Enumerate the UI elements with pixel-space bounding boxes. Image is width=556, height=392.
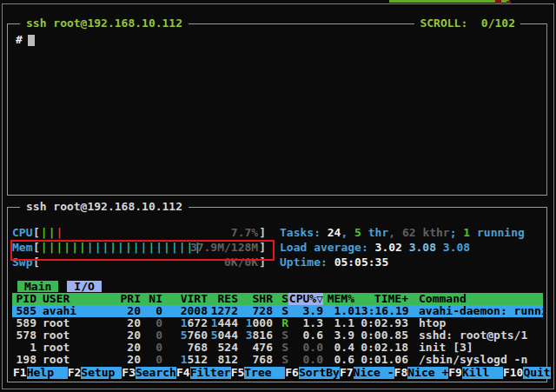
cell-pri: 20 <box>100 354 141 366</box>
tab-main[interactable]: Main <box>17 281 58 292</box>
cell-mem: 1.1 <box>323 317 354 329</box>
cell-mem: 0.4 <box>323 342 354 354</box>
cell-pri: 20 <box>100 317 141 329</box>
cell-command: htop <box>408 317 543 329</box>
cell-cpu: 1.3 <box>288 317 323 329</box>
process-row[interactable]: 578root200576050443816S0.63.90:00.85sshd… <box>12 329 543 342</box>
cell-cpu: 0.0 <box>288 342 323 354</box>
tasks-line: Tasks: 24, 5 thr, 62 kthr; 1 running <box>280 227 543 239</box>
cell-pid: 589 <box>12 317 36 329</box>
info-column: Tasks: 24, 5 thr, 62 kthr; 1 runningLoad… <box>266 227 543 271</box>
process-row[interactable]: 585avahi20020081272728S3.91.013:16.19ava… <box>12 305 543 317</box>
cell-cpu: 0.6 <box>288 329 323 342</box>
cell-res: 812 <box>208 354 238 366</box>
cell-state: S <box>273 329 288 342</box>
fkey-sortby[interactable]: F6SortBy <box>285 367 340 379</box>
cell-user: root <box>36 342 100 354</box>
cell-user: root <box>36 329 100 342</box>
text-cursor <box>28 35 35 46</box>
fkey-nice[interactable]: F7Nice - <box>340 367 394 379</box>
cell-ni: 0 <box>141 305 162 317</box>
process-row[interactable]: 589root200167214441000R1.31.10:02.93htop <box>12 317 543 329</box>
process-row[interactable]: 198root2001512812768S0.00.60:01.06/sbin/… <box>12 354 543 366</box>
top-edge-red-artifact <box>506 1 511 3</box>
cell-state: S <box>273 342 288 354</box>
cell-user: root <box>36 354 100 366</box>
cell-state: S <box>273 305 288 317</box>
cell-user: avahi <box>36 305 100 317</box>
cell-mem: 1.0 <box>323 305 354 317</box>
cpu-meter: CPU[|||7.7%] <box>12 227 266 239</box>
cell-shr: 1000 <box>238 317 273 329</box>
pane-bottom-htop[interactable]: ssh root@192.168.10.112 CPU[|||7.7%]Mem[… <box>7 207 547 382</box>
terminal-screen: ssh root@192.168.10.112 SCROLL: 0/102 # … <box>0 0 556 392</box>
cell-shr: 768 <box>238 354 273 366</box>
process-row[interactable]: 1root200768524476S0.00.40:02.18init [3] <box>12 342 543 354</box>
cell-state: S <box>273 354 288 366</box>
cell-pid: 585 <box>12 305 36 317</box>
cell-res: 1444 <box>208 317 238 329</box>
column-header-res[interactable]: RES <box>208 293 238 305</box>
function-key-bar: F1HelpF2SetupF3SearchF4FilterF5TreeF6Sor… <box>13 367 543 379</box>
cell-pri: 20 <box>100 329 141 342</box>
column-header-cpu-sorted[interactable]: CPU%▽ <box>288 293 323 305</box>
fkey-tree[interactable]: F5Tree <box>231 367 286 379</box>
fkey-nice[interactable]: F8Nice + <box>394 367 449 379</box>
htop-app: CPU[|||7.7%]Mem[|||||||||||||||||||||37.… <box>12 208 543 382</box>
column-header-time[interactable]: TIME+ <box>354 293 408 305</box>
cell-res: 524 <box>208 342 238 354</box>
cell-ni: 0 <box>141 342 162 354</box>
cell-command: sshd: root@pts/1 <box>408 329 543 342</box>
fkey-filter[interactable]: F4Filter <box>176 367 231 379</box>
cell-res: 5044 <box>208 329 238 342</box>
column-header-shr[interactable]: SHR <box>238 293 273 305</box>
cell-state: R <box>273 317 288 329</box>
cell-cpu: 3.9 <box>288 305 323 317</box>
cell-pid: 198 <box>12 354 36 366</box>
cell-pri: 20 <box>100 305 141 317</box>
column-header-virt[interactable]: VIRT <box>162 293 208 305</box>
column-header-s[interactable]: S <box>273 293 288 305</box>
cell-virt: 5760 <box>162 329 208 342</box>
mem-meter: Mem[|||||||||||||||||||||37.9M/128M] <box>12 242 266 254</box>
htop-tabs: MainI/O <box>17 281 543 292</box>
column-header-pid[interactable]: PID <box>12 293 36 305</box>
cell-time: 0:02.93 <box>354 317 408 329</box>
fkey-help[interactable]: F1Help <box>13 367 68 379</box>
cell-pid: 578 <box>12 329 36 342</box>
cell-virt: 1672 <box>162 317 208 329</box>
swp-meter: Swp[0K/0K] <box>12 256 266 269</box>
cell-shr: 728 <box>238 305 273 317</box>
cell-time: 0:00.85 <box>354 329 408 342</box>
cell-shr: 476 <box>238 342 273 354</box>
column-header-pri[interactable]: PRI <box>100 293 141 305</box>
fkey-quit[interactable]: F10Quit <box>503 367 551 379</box>
cell-time: 0:01.06 <box>354 354 408 366</box>
process-table: 585avahi20020081272728S3.91.013:16.19ava… <box>12 305 543 366</box>
cell-user: root <box>36 317 100 329</box>
cell-virt: 768 <box>162 342 208 354</box>
sort-indicator-icon: ▽ <box>316 293 323 305</box>
cell-mem: 0.6 <box>323 354 354 366</box>
cell-virt: 2008 <box>162 305 208 317</box>
cell-command: init [3] <box>408 342 543 354</box>
top-edge-artifact <box>389 0 509 3</box>
column-header-user[interactable]: USER <box>36 293 100 305</box>
fkey-setup[interactable]: F2Setup <box>68 367 122 379</box>
fkey-kill[interactable]: F9Kill <box>448 367 503 379</box>
cell-pid: 1 <box>12 342 36 354</box>
uptime-line: Uptime: 05:05:35 <box>280 256 543 269</box>
pane-title-top: ssh root@192.168.10.112 <box>20 17 189 30</box>
column-header-ni[interactable]: NI <box>141 293 162 305</box>
cell-time: 0:02.18 <box>354 342 408 354</box>
process-table-header: PID USER PRI NI VIRT RES SHR S CPU%▽ MEM… <box>12 293 543 305</box>
cell-time: 13:16.19 <box>354 305 408 317</box>
cell-pri: 20 <box>100 342 141 354</box>
column-header-command[interactable]: Command <box>408 293 543 305</box>
cell-ni: 0 <box>141 354 162 366</box>
fkey-search[interactable]: F3Search <box>122 367 176 379</box>
tab-io[interactable]: I/O <box>67 281 101 292</box>
pane-top-ssh[interactable]: ssh root@192.168.10.112 SCROLL: 0/102 # <box>7 23 547 196</box>
column-header-mem[interactable]: MEM% <box>323 293 354 305</box>
cell-command: avahi-daemon: running <box>408 305 543 317</box>
